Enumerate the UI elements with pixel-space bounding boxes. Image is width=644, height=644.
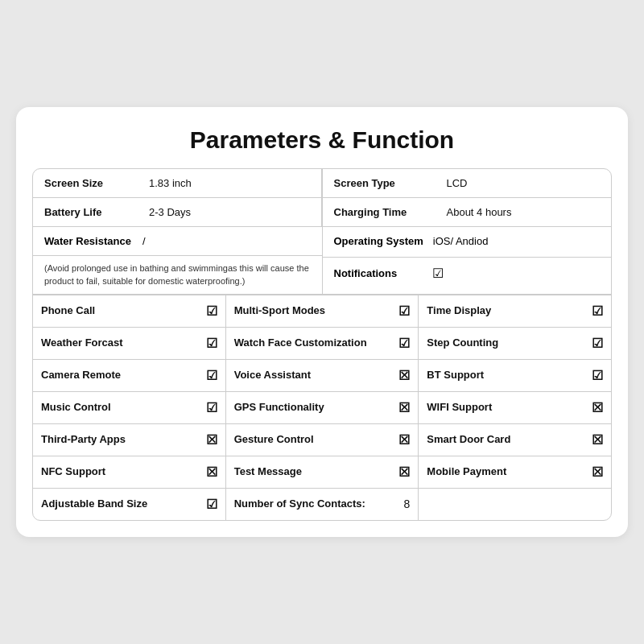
right-half-2: Charging Time About 4 hours [323, 198, 612, 226]
feat-check-0-2: ☑ [592, 303, 603, 319]
feature-cell-2-2: BT Support☑ [419, 360, 611, 391]
feature-cell-0-1: Multi-Sport Modes☑ [226, 295, 419, 327]
feature-cell-5-0: NFC Support☒ [33, 456, 226, 488]
feat-label-5-0: NFC Support [41, 465, 200, 479]
feat-check-3-0: ☑ [206, 400, 217, 415]
feat-check-2-0: ☑ [206, 368, 217, 383]
spec-row-2: Battery Life 2-3 Days Charging Time Abou… [33, 198, 611, 227]
spec-row-1: Screen Size 1.83 inch Screen Type LCD [33, 169, 611, 198]
feat-check-4-0: ☒ [206, 432, 217, 448]
spec-row-3: Water Resistance / (Avoid prolonged use … [33, 227, 611, 295]
feat-check-5-1: ☒ [398, 464, 410, 480]
water-resistance-label: Water Resistance [44, 235, 133, 247]
feat-label-4-2: Smart Door Card [427, 433, 585, 447]
feat-label-6-0: Adjustable Band Size [41, 497, 200, 511]
feat-check-2-1: ☒ [398, 368, 410, 383]
feat-label-6-1: Number of Sync Contacts: [234, 497, 398, 511]
water-resistance-note: (Avoid prolonged use in bathing and swim… [33, 256, 322, 294]
feature-cell-6-0: Adjustable Band Size☑ [33, 489, 226, 520]
os-value: iOS/ Andiod [433, 235, 489, 247]
feat-label-0-0: Phone Call [41, 304, 200, 318]
feat-check-0-1: ☑ [398, 303, 410, 319]
feat-check-6-1: 8 [404, 497, 411, 510]
water-resistance-row: Water Resistance / [33, 227, 322, 256]
left-half-2: Battery Life 2-3 Days [33, 198, 323, 226]
feat-check-5-2: ☒ [592, 464, 603, 480]
feat-label-5-1: Test Message [234, 465, 393, 479]
feature-cell-1-2: Step Counting☑ [419, 328, 611, 359]
spec-section: Screen Size 1.83 inch Screen Type LCD Ba… [33, 169, 611, 295]
feature-row-1: Weather Forcast☑Watch Face Customization… [33, 328, 611, 360]
feature-cell-2-1: Voice Assistant☒ [226, 360, 419, 391]
feat-label-1-2: Step Counting [427, 336, 585, 350]
feat-label-3-0: Music Control [41, 401, 200, 415]
screen-type-value: LCD [436, 169, 612, 197]
feature-section: Phone Call☑Multi-Sport Modes☑Time Displa… [33, 295, 611, 520]
feat-label-1-0: Weather Forcast [41, 336, 200, 350]
feat-label-0-2: Time Display [427, 304, 585, 318]
battery-life-label: Battery Life [33, 198, 138, 226]
params-table: Screen Size 1.83 inch Screen Type LCD Ba… [32, 168, 612, 521]
screen-size-label: Screen Size [33, 169, 138, 197]
notifications-row: Notifications ☑ [323, 258, 612, 289]
feat-label-2-2: BT Support [427, 369, 585, 382]
screen-size-value: 1.83 inch [138, 169, 322, 197]
feature-cell-3-2: WIFI Support☒ [419, 392, 611, 423]
feature-cell-3-0: Music Control☑ [33, 392, 226, 423]
notifications-label: Notifications [334, 267, 423, 279]
feature-row-5: NFC Support☒Test Message☒Mobile Payment☒ [33, 456, 611, 489]
left-tall-3: Water Resistance / (Avoid prolonged use … [33, 227, 323, 294]
feat-label-0-1: Multi-Sport Modes [234, 304, 393, 318]
feature-cell-5-2: Mobile Payment☒ [419, 456, 611, 488]
feat-check-1-2: ☑ [592, 336, 603, 351]
feat-label-1-1: Watch Face Customization [234, 336, 393, 350]
charging-time-value: About 4 hours [436, 198, 612, 226]
right-half-1: Screen Type LCD [323, 169, 612, 197]
notifications-check: ☑ [432, 266, 444, 281]
feat-check-6-0: ☑ [206, 497, 217, 512]
right-tall-3: Operating System iOS/ Andiod Notificatio… [323, 227, 612, 294]
feature-row-6: Adjustable Band Size☑Number of Sync Cont… [33, 489, 611, 520]
feature-cell-6-2 [419, 489, 611, 520]
feat-check-1-0: ☑ [206, 336, 217, 351]
water-resistance-value: / [142, 235, 146, 247]
feature-cell-0-0: Phone Call☑ [33, 295, 226, 327]
feature-row-0: Phone Call☑Multi-Sport Modes☑Time Displa… [33, 295, 611, 328]
feature-cell-6-1: Number of Sync Contacts:8 [226, 489, 419, 520]
feature-cell-3-1: GPS Functionality☒ [226, 392, 419, 423]
feat-check-3-2: ☒ [592, 400, 603, 415]
main-card: Parameters & Function Screen Size 1.83 i… [16, 107, 628, 537]
feat-label-3-1: GPS Functionality [234, 401, 393, 415]
feature-cell-4-0: Third-Party Apps☒ [33, 424, 226, 456]
feat-label-5-2: Mobile Payment [427, 465, 585, 479]
feature-row-4: Third-Party Apps☒Gesture Control☒Smart D… [33, 424, 611, 456]
feat-label-2-1: Voice Assistant [234, 369, 393, 382]
charging-time-label: Charging Time [323, 198, 436, 226]
feat-check-0-0: ☑ [206, 303, 217, 319]
feature-cell-1-0: Weather Forcast☑ [33, 328, 226, 359]
feat-check-5-0: ☒ [206, 464, 217, 480]
left-half-1: Screen Size 1.83 inch [33, 169, 323, 197]
feat-label-4-0: Third-Party Apps [41, 433, 200, 447]
feature-cell-0-2: Time Display☑ [419, 295, 611, 327]
feat-check-1-1: ☑ [398, 336, 410, 351]
battery-life-value: 2-3 Days [138, 198, 322, 226]
feat-check-4-2: ☒ [592, 432, 603, 448]
feature-cell-4-1: Gesture Control☒ [226, 424, 419, 456]
os-label: Operating System [334, 235, 423, 249]
feat-check-3-1: ☒ [398, 400, 410, 415]
feat-check-2-2: ☑ [592, 368, 603, 383]
feat-check-4-1: ☒ [398, 432, 410, 448]
feature-row-2: Camera Remote☑Voice Assistant☒BT Support… [33, 360, 611, 392]
page-title: Parameters & Function [32, 126, 612, 154]
feature-cell-2-0: Camera Remote☑ [33, 360, 226, 391]
feat-label-3-2: WIFI Support [427, 401, 585, 415]
feature-cell-1-1: Watch Face Customization☑ [226, 328, 419, 359]
feature-row-3: Music Control☑GPS Functionality☒WIFI Sup… [33, 392, 611, 424]
screen-type-label: Screen Type [323, 169, 436, 197]
feature-cell-5-1: Test Message☒ [226, 456, 419, 488]
feat-label-2-0: Camera Remote [41, 369, 200, 382]
feat-label-4-1: Gesture Control [234, 433, 393, 447]
feature-cell-4-2: Smart Door Card☒ [419, 424, 611, 456]
os-row: Operating System iOS/ Andiod [323, 227, 612, 258]
